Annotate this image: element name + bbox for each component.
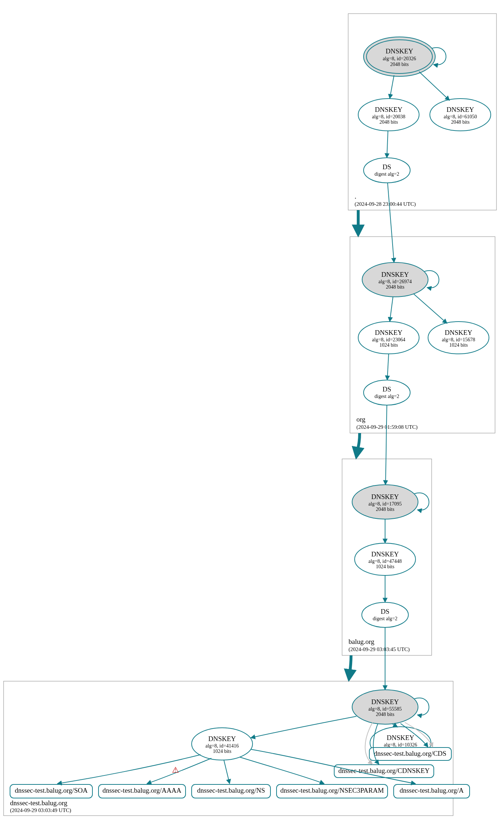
svg-text:DNSKEY: DNSKEY [375, 106, 402, 113]
svg-text:DNSKEY: DNSKEY [371, 493, 399, 500]
svg-text:dnssec-test.balug.org/A: dnssec-test.balug.org/A [399, 787, 464, 794]
svg-text:alg=8, id=10326: alg=8, id=10326 [384, 742, 417, 748]
zone-leaf-ts: (2024-09-29 03:03:49 UTC) [10, 807, 71, 813]
node-root-ksk[interactable]: DNSKEY alg=8, id=20326 2048 bits [364, 37, 435, 76]
svg-text:dnssec-test.balug.org/NSEC3PAR: dnssec-test.balug.org/NSEC3PARAM [280, 787, 384, 794]
svg-text:DS: DS [381, 608, 389, 615]
node-org-zsk2[interactable]: DNSKEY alg=8, id=15678 1024 bits [428, 322, 489, 354]
node-root-zsk1[interactable]: DNSKEY alg=8, id=20038 2048 bits [358, 99, 419, 131]
svg-text:dnssec-test.balug.org/NS: dnssec-test.balug.org/NS [197, 787, 265, 794]
edge-delegation-org-balug [357, 433, 360, 455]
warning-icon: ⚠ [172, 765, 179, 774]
edge-org-ksk-zsk1 [390, 297, 393, 322]
svg-text:dnssec-test.balug.org/SOA: dnssec-test.balug.org/SOA [15, 787, 88, 794]
svg-text:dnssec-test.balug.org/CDS: dnssec-test.balug.org/CDS [374, 750, 446, 757]
svg-text:1024 bits: 1024 bits [379, 342, 398, 348]
edge-delegation-balug-leaf [349, 655, 351, 677]
svg-text:1024 bits: 1024 bits [449, 342, 468, 348]
svg-text:1024 bits: 1024 bits [376, 564, 394, 569]
svg-text:1024 bits: 1024 bits [213, 749, 231, 754]
svg-text:digest alg=2: digest alg=2 [375, 171, 399, 177]
svg-text:alg=8, id=20326: alg=8, id=20326 [383, 56, 416, 61]
record-a[interactable]: dnssec-test.balug.org/A [394, 784, 470, 798]
record-ns[interactable]: dnssec-test.balug.org/NS [192, 784, 270, 798]
edge-org-ksk-zsk2 [414, 294, 447, 323]
node-org-ksk[interactable]: DNSKEY alg=8, id=26974 2048 bits [362, 262, 428, 297]
svg-text:DNSKEY: DNSKEY [385, 47, 413, 55]
zone-balug-ts: (2024-09-29 03:03:45 UTC) [349, 646, 410, 652]
record-cds[interactable]: dnssec-test.balug.org/CDS [369, 748, 451, 760]
svg-text:dnssec-test.balug.org/CDNSKEY: dnssec-test.balug.org/CDNSKEY [338, 767, 429, 774]
edge-zsk-aaaa [147, 758, 211, 784]
svg-text:digest alg=2: digest alg=2 [373, 616, 398, 621]
zone-root: . (2024-09-28 23:00:44 UTC) DNSKEY alg=8… [348, 14, 496, 210]
svg-text:2048 bits: 2048 bits [451, 119, 470, 125]
svg-text:alg=8, id=23064: alg=8, id=23064 [372, 337, 405, 342]
svg-text:DS: DS [383, 385, 391, 393]
svg-text:alg=8, id=61050: alg=8, id=61050 [444, 114, 477, 119]
svg-text:2048 bits: 2048 bits [376, 712, 394, 717]
svg-text:dnssec-test.balug.org/AAAA: dnssec-test.balug.org/AAAA [102, 787, 182, 794]
zone-leaf-label: dnssec-test.balug.org [10, 799, 68, 807]
svg-text:digest alg=2: digest alg=2 [375, 394, 399, 399]
record-cdnskey[interactable]: dnssec-test.balug.org/CDNSKEY [334, 765, 434, 778]
edge-root-zsk1-ds [387, 131, 388, 158]
node-leaf-ksk[interactable]: DNSKEY alg=8, id=55585 2048 bits [352, 690, 418, 724]
zone-balug: balug.org (2024-09-29 03:03:45 UTC) DNSK… [342, 405, 432, 655]
svg-text:alg=8, id=17095: alg=8, id=17095 [369, 501, 402, 507]
edge-zsk-ns [224, 760, 230, 784]
node-org-zsk1[interactable]: DNSKEY alg=8, id=23064 1024 bits [358, 322, 419, 354]
svg-text:alg=8, id=55585: alg=8, id=55585 [369, 706, 402, 712]
svg-text:2048 bits: 2048 bits [376, 507, 394, 512]
svg-text:DNSKEY: DNSKEY [375, 329, 402, 336]
edge-leaf-ksk-zsk2 [392, 724, 398, 727]
svg-text:DNSKEY: DNSKEY [208, 735, 236, 742]
dnssec-graph: . (2024-09-28 23:00:44 UTC) DNSKEY alg=8… [0, 0, 504, 821]
edge-zsk-soa [57, 755, 201, 784]
edge-root-ksk-zsk2 [419, 72, 450, 100]
zone-org-ts: (2024-09-29 01:59:08 UTC) [356, 424, 418, 430]
node-root-zsk2[interactable]: DNSKEY alg=8, id=61050 2048 bits [430, 99, 491, 131]
svg-text:alg=8, id=41416: alg=8, id=41416 [206, 743, 239, 749]
node-root-ds[interactable]: DS digest alg=2 [364, 158, 410, 183]
svg-text:DS: DS [383, 163, 391, 171]
zone-leaf: dnssec-test.balug.org (2024-09-29 03:03:… [4, 627, 470, 816]
svg-text:DNSKEY: DNSKEY [371, 698, 399, 706]
zone-org: org (2024-09-29 01:59:08 UTC) DNSKEY alg… [350, 183, 495, 433]
zone-org-label: org [356, 416, 365, 423]
svg-text:DNSKEY: DNSKEY [445, 329, 472, 336]
record-nsec3param[interactable]: dnssec-test.balug.org/NSEC3PARAM [277, 784, 388, 798]
svg-text:DNSKEY: DNSKEY [371, 550, 399, 558]
svg-text:DNSKEY: DNSKEY [381, 271, 409, 278]
edge-leaf-ksk-zsk [251, 716, 356, 738]
edge-org-zsk1-ds [387, 354, 389, 380]
svg-text:alg=8, id=20038: alg=8, id=20038 [372, 114, 405, 119]
svg-text:DNSKEY: DNSKEY [446, 106, 474, 113]
zone-root-ts: (2024-09-28 23:00:44 UTC) [355, 201, 416, 207]
node-org-ds[interactable]: DS digest alg=2 [364, 380, 410, 405]
svg-text:2048 bits: 2048 bits [386, 284, 404, 290]
node-leaf-zsk[interactable]: DNSKEY alg=8, id=41416 1024 bits [192, 728, 253, 760]
zone-balug-label: balug.org [349, 638, 374, 645]
svg-text:alg=8, id=47448: alg=8, id=47448 [369, 559, 402, 564]
node-balug-ksk[interactable]: DNSKEY alg=8, id=17095 2048 bits [352, 485, 418, 519]
record-soa[interactable]: dnssec-test.balug.org/SOA [10, 784, 92, 798]
edge-root-ds-to-org-ksk [388, 183, 394, 262]
svg-text:alg=8, id=26974: alg=8, id=26974 [379, 279, 412, 284]
edge-org-ds-to-balug-ksk [385, 405, 387, 485]
edge-root-ksk-zsk1 [390, 75, 394, 99]
svg-text:DNSKEY: DNSKEY [387, 734, 414, 741]
svg-text:2048 bits: 2048 bits [390, 62, 409, 67]
node-balug-zsk[interactable]: DNSKEY alg=8, id=47448 1024 bits [355, 543, 416, 575]
zone-root-label: . [355, 193, 356, 200]
node-balug-ds[interactable]: DS digest alg=2 [362, 602, 408, 627]
svg-text:2048 bits: 2048 bits [379, 119, 398, 125]
record-aaaa[interactable]: dnssec-test.balug.org/AAAA [99, 784, 186, 798]
svg-text:alg=8, id=15678: alg=8, id=15678 [442, 337, 475, 342]
